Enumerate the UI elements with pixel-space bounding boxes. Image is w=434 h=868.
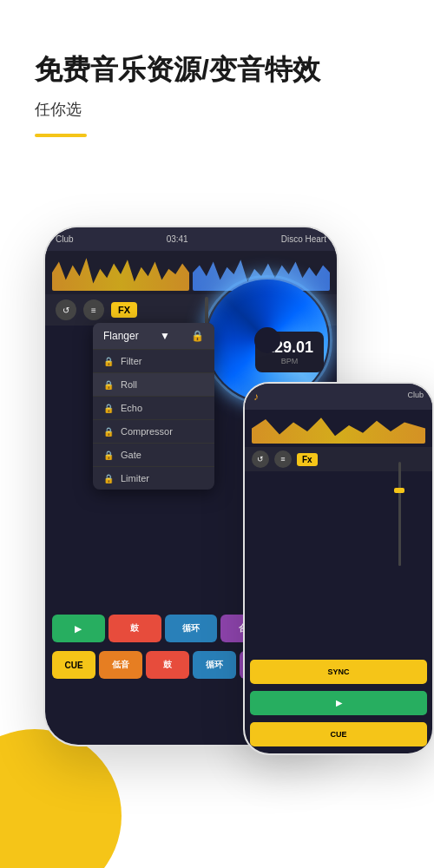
lock-icon: 🔒 <box>103 474 114 483</box>
sec-track-name: Club <box>407 391 424 403</box>
sec-topbar: ♪ Club <box>245 384 432 410</box>
sec-eq-icon[interactable]: ≡ <box>274 450 292 468</box>
sec-waveform <box>252 413 425 444</box>
track-name-left: Club <box>56 234 74 244</box>
effect-label: Echo <box>121 403 142 413</box>
sub-title: 任你选 <box>35 99 399 120</box>
waveform-left <box>52 254 189 291</box>
effect-compressor[interactable]: 🔒 Compressor <box>93 419 214 443</box>
accent-line <box>35 134 87 137</box>
play-button[interactable]: ▶ <box>52 615 105 642</box>
sec-fader-track <box>398 462 401 566</box>
bass-pad[interactable]: 低音 <box>99 651 142 679</box>
current-effect: Flanger <box>103 330 139 342</box>
vinyl-center <box>254 327 280 353</box>
sec-fx-button[interactable]: Fx <box>297 453 318 466</box>
fx-button[interactable]: FX <box>111 302 137 318</box>
phones-container: Club 03:41 Disco Heart ↺ ≡ FX Flanger ▼ <box>0 226 434 868</box>
loop-icon[interactable]: ↺ <box>56 299 76 320</box>
drum-pad-2[interactable]: 鼓 <box>146 651 189 679</box>
lock-icon: 🔒 <box>191 330 204 342</box>
effect-filter[interactable]: 🔒 Filter <box>93 349 214 372</box>
effect-limiter[interactable]: 🔒 Limiter <box>93 466 214 490</box>
cue-button[interactable]: CUE <box>52 651 95 679</box>
lock-icon: 🔒 <box>103 380 114 390</box>
bpm-label: BPM <box>266 357 313 365</box>
lock-icon: 🔒 <box>103 450 114 460</box>
drum-pad-1[interactable]: 鼓 <box>108 615 161 642</box>
effect-roll[interactable]: 🔒 Roll <box>93 372 214 396</box>
sec-fader[interactable] <box>392 462 406 566</box>
loop-pad-2[interactable]: 循环 <box>193 651 236 679</box>
dropdown-arrow: ▼ <box>160 330 170 342</box>
sync-button[interactable]: SYNC <box>250 660 427 684</box>
fx-dropdown-header[interactable]: Flanger ▼ 🔒 <box>93 323 214 349</box>
sec-cue-button[interactable]: CUE <box>250 722 427 746</box>
music-icon: ♪ <box>253 391 259 403</box>
track-time: 03:41 <box>167 234 188 244</box>
sec-loop-icon[interactable]: ↺ <box>252 450 269 468</box>
effect-label: Limiter <box>121 473 149 483</box>
loop-pad-1[interactable]: 循环 <box>165 615 218 642</box>
sec-bottom-area: SYNC ▶ CUE <box>245 656 432 753</box>
eq-icon[interactable]: ≡ <box>83 299 104 320</box>
effect-label: Compressor <box>121 426 173 437</box>
main-title: 免费音乐资源/变音特效 <box>35 52 399 89</box>
secondary-phone: ♪ Club ↺ ≡ Fx SYNC ▶ <box>243 382 434 755</box>
effect-gate[interactable]: 🔒 Gate <box>93 443 214 466</box>
lock-icon: 🔒 <box>103 357 114 366</box>
lock-icon: 🔒 <box>103 404 114 413</box>
effect-label: Roll <box>121 379 137 390</box>
sec-btn-row-play: CUE <box>245 719 432 753</box>
secondary-phone-screen: ♪ Club ↺ ≡ Fx SYNC ▶ <box>245 384 432 753</box>
fx-dropdown: Flanger ▼ 🔒 🔒 Filter 🔒 Roll 🔒 Echo <box>93 323 214 490</box>
lock-icon: 🔒 <box>103 427 114 437</box>
sec-play-button[interactable]: ▶ <box>250 691 427 715</box>
sec-btn-row-cue: ▶ <box>245 687 432 719</box>
sec-fader-knob[interactable] <box>394 488 404 493</box>
dj-topbar: Club 03:41 Disco Heart <box>45 227 337 251</box>
sec-btn-row-sync: SYNC <box>245 656 432 687</box>
track-name-right: Disco Heart <box>281 234 326 244</box>
header-section: 免费音乐资源/变音特效 任你选 <box>0 0 434 155</box>
effect-echo[interactable]: 🔒 Echo <box>93 396 214 419</box>
effect-label: Gate <box>121 450 141 460</box>
effect-label: Filter <box>121 356 141 366</box>
